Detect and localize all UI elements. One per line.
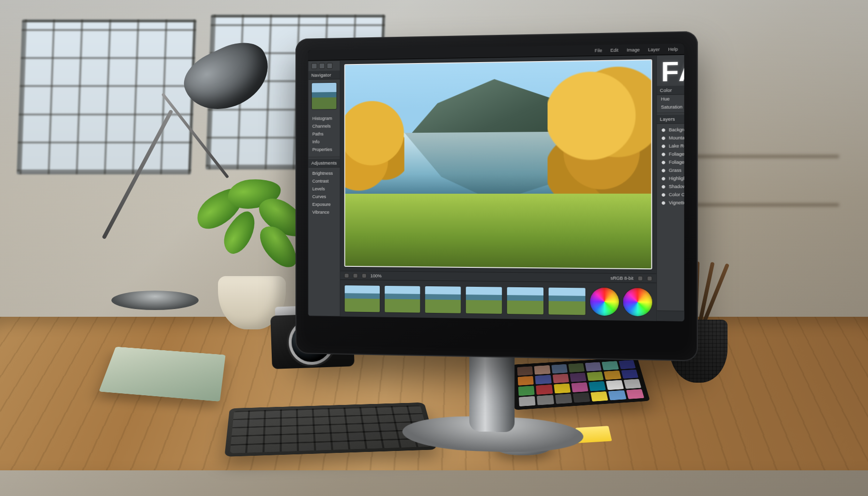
checker-swatch xyxy=(606,380,623,390)
checker-swatch xyxy=(587,372,604,381)
color-wheel[interactable] xyxy=(590,287,619,316)
left-panel-header: Navigator xyxy=(309,71,340,80)
menu-item[interactable]: Help xyxy=(668,46,678,52)
layer-item[interactable]: Foliage Right xyxy=(657,158,684,166)
checker-swatch xyxy=(585,362,602,371)
menu-item[interactable]: File xyxy=(595,48,602,53)
checker-swatch xyxy=(555,394,572,404)
checker-swatch xyxy=(602,361,619,370)
color-mode: sRGB 8-bit xyxy=(611,275,634,280)
checker-swatch xyxy=(623,379,641,388)
right-section-layers: Layers xyxy=(657,114,684,124)
navigator-thumbnail[interactable] xyxy=(311,82,337,110)
filmstrip-thumb[interactable] xyxy=(506,286,543,315)
checker-swatch xyxy=(518,386,535,396)
color-checker-card xyxy=(512,357,651,410)
checker-swatch xyxy=(519,396,536,406)
layer-label: Highlights xyxy=(669,176,684,181)
checker-swatch xyxy=(568,363,585,372)
layer-label: Color Grade xyxy=(669,192,684,197)
checker-swatch xyxy=(554,384,571,394)
right-panel: FAQ Color HueSaturation Layers Backgroun… xyxy=(656,54,684,321)
layers-list[interactable]: BackgroundMountainLake ReflectionFoliage… xyxy=(657,124,684,209)
checker-swatch xyxy=(608,390,626,400)
checker-swatch xyxy=(619,360,636,369)
left-panel-item[interactable]: Properties xyxy=(309,145,340,153)
checker-swatch xyxy=(589,381,606,391)
filmstrip[interactable] xyxy=(340,279,656,321)
menu-item[interactable]: Image xyxy=(627,47,640,52)
layer-label: Shadows xyxy=(669,184,684,189)
canvas-grass xyxy=(345,193,651,268)
layer-label: Foliage Left xyxy=(669,152,684,157)
layer-item[interactable]: Highlights xyxy=(657,174,684,183)
slider-label: Saturation xyxy=(661,104,684,109)
checker-swatch xyxy=(534,365,550,374)
checker-swatch xyxy=(517,366,533,375)
left-panel-item[interactable]: Histogram xyxy=(309,114,340,123)
checker-swatch xyxy=(552,373,569,383)
checker-swatch xyxy=(570,372,587,382)
slider-row[interactable]: Saturation xyxy=(657,102,684,111)
left-panel-list-1[interactable]: HistogramChannelsPathsInfoProperties xyxy=(309,112,340,155)
layer-item[interactable]: Lake Reflection xyxy=(657,141,684,150)
layer-item[interactable]: Shadows xyxy=(657,183,684,191)
app-window: File Edit Image Layer Help Navigator His… xyxy=(308,44,684,322)
layer-label: Background xyxy=(669,127,684,132)
checker-swatch xyxy=(626,389,644,399)
filmstrip-thumb[interactable] xyxy=(548,287,586,315)
checker-swatch xyxy=(518,376,534,386)
left-panel-item[interactable]: Vibrance xyxy=(309,208,340,216)
desktop-monitor: File Edit Image Layer Help Navigator His… xyxy=(295,31,698,361)
left-panel: Navigator HistogramChannelsPathsInfoProp… xyxy=(308,60,341,316)
left-panel-section: Adjustments xyxy=(309,159,340,168)
checker-swatch xyxy=(571,382,589,392)
layer-item[interactable]: Grass xyxy=(657,166,684,174)
left-panel-item[interactable]: Exposure xyxy=(309,201,340,208)
layer-item[interactable]: Foliage Left xyxy=(657,150,684,158)
layer-item[interactable]: Mountain xyxy=(657,134,684,142)
checker-swatch xyxy=(536,385,553,395)
checker-swatch xyxy=(604,371,621,380)
checker-swatch xyxy=(537,395,554,405)
left-panel-item[interactable]: Curves xyxy=(309,193,340,201)
filmstrip-thumb[interactable] xyxy=(384,285,420,313)
slider-label: Hue xyxy=(661,96,684,102)
faq-heading: FAQ xyxy=(657,54,684,86)
window-controls[interactable] xyxy=(309,61,340,71)
zoom-level: 100% xyxy=(371,273,382,278)
layer-item[interactable]: Color Grade xyxy=(657,190,684,199)
right-section-color: Color xyxy=(657,85,684,95)
checker-swatch xyxy=(551,364,568,373)
left-panel-item[interactable]: Brightness xyxy=(309,170,340,177)
checker-swatch xyxy=(573,392,590,403)
image-canvas[interactable] xyxy=(344,59,652,269)
left-panel-item[interactable]: Paths xyxy=(309,130,340,138)
left-panel-list-2[interactable]: BrightnessContrastLevelsCurvesExposureVi… xyxy=(309,168,340,218)
layer-label: Vignette xyxy=(669,200,684,205)
layer-label: Lake Reflection xyxy=(669,143,684,149)
filmstrip-thumb[interactable] xyxy=(344,285,380,312)
menu-item[interactable]: Edit xyxy=(610,47,619,53)
left-panel-item[interactable]: Info xyxy=(309,138,340,145)
menu-item[interactable]: Layer xyxy=(648,46,660,52)
center-area: 100% sRGB 8-bit xyxy=(340,55,656,321)
slider-row[interactable]: Hue xyxy=(657,94,684,103)
left-panel-item[interactable]: Channels xyxy=(309,122,340,130)
filmstrip-thumb[interactable] xyxy=(424,285,461,313)
color-wheel[interactable] xyxy=(623,288,652,316)
layer-label: Foliage Right xyxy=(669,160,684,165)
layer-label: Mountain xyxy=(669,135,684,140)
left-panel-item[interactable]: Levels xyxy=(309,185,340,193)
checker-swatch xyxy=(590,391,608,402)
checker-swatch xyxy=(621,369,638,379)
right-panel-footer[interactable] xyxy=(657,310,684,322)
left-panel-item[interactable]: Contrast xyxy=(309,177,340,185)
layer-item[interactable]: Background xyxy=(657,125,684,134)
filmstrip-thumb[interactable] xyxy=(465,286,503,314)
checker-swatch xyxy=(535,375,552,385)
layer-item[interactable]: Vignette xyxy=(657,199,684,207)
layer-label: Grass xyxy=(669,168,682,173)
